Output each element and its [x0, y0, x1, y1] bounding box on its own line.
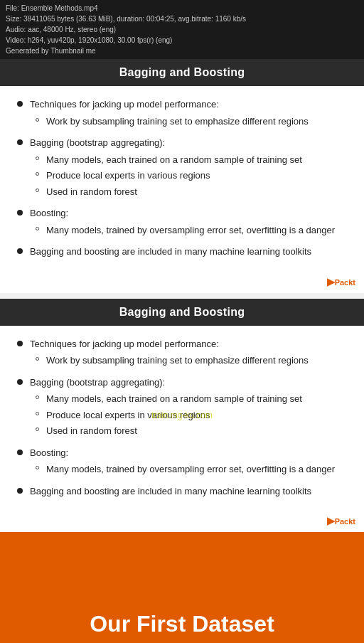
sub-bullet-icon	[36, 172, 39, 176]
slide-1-content: Techniques for jacking up model performa…	[0, 86, 364, 273]
list-item: Boosting: Many models, trained by oversa…	[17, 206, 347, 239]
packt-label-2: Packt	[335, 517, 355, 526]
slide-2-header: Bagging and Boosting	[0, 299, 364, 326]
bullet-text: Bagging and boosting are included in man…	[30, 246, 311, 257]
list-item: Work by subsampling training set to emph…	[30, 115, 347, 129]
bullet-icon	[17, 379, 23, 385]
sub-text: Work by subsampling training set to emph…	[46, 354, 309, 368]
packt-logo-area-1: ▶Packt	[0, 273, 364, 293]
bullet-text: Boosting:	[30, 447, 68, 458]
slide-2-content: Techniques for jacking up model performa…	[0, 326, 364, 513]
sub-bullet-icon	[36, 118, 39, 122]
slide-1: Bagging and Boosting Techniques for jack…	[0, 59, 364, 293]
sub-text: Used in random forest	[46, 185, 137, 199]
packt-logo-1: ▶Packt	[327, 276, 355, 287]
slide-1-header: Bagging and Boosting	[0, 59, 364, 86]
sub-list: Work by subsampling training set to emph…	[30, 115, 347, 129]
list-item: Many models, each trained on a random sa…	[30, 153, 347, 167]
list-item: Bagging (bootstrap aggregating): Many mo…	[17, 136, 347, 201]
file-info-line2: Size: 38411065 bytes (36.63 MiB), durati…	[6, 14, 358, 24]
sub-text: Work by subsampling training set to emph…	[46, 115, 309, 129]
slide-1-bullet-list: Techniques for jacking up model performa…	[17, 97, 347, 259]
bullet-text: Boosting:	[30, 208, 68, 218]
sub-bullet-icon	[36, 466, 39, 469]
list-item: Many models, trained by oversampling err…	[30, 462, 347, 477]
list-item: Used in random forest	[30, 185, 347, 199]
file-info-line1: File: Ensemble Methods.mp4	[6, 3, 358, 14]
list-item: Work by subsampling training set to emph…	[30, 354, 347, 368]
list-item: Boosting: Many models, trained by oversa…	[17, 446, 347, 479]
sub-list: Many models, trained by oversampling err…	[30, 223, 347, 238]
sub-text: Many models, trained by oversampling err…	[46, 462, 335, 477]
list-item: Many models, each trained on a random sa…	[30, 392, 347, 406]
list-item: Bagging (bootstrap aggregating): Many mo…	[17, 376, 347, 440]
slide-2: Bagging and Boosting Techniques for jack…	[0, 299, 364, 533]
file-info-bar: File: Ensemble Methods.mp4 Size: 3841106…	[0, 0, 364, 59]
sub-bullet-icon	[36, 395, 39, 399]
file-info-line3: Audio: aac, 48000 Hz, stereo (eng)	[6, 24, 358, 35]
sub-bullet-icon	[36, 357, 39, 361]
bullet-text: Bagging (bootstrap aggregating):	[30, 377, 165, 388]
slide-2-bullet-list: Techniques for jacking up model performa…	[17, 337, 347, 499]
sub-bullet-icon	[36, 412, 39, 415]
bullet-text: Techniques for jacking up model performa…	[30, 339, 219, 349]
bullet-icon	[17, 210, 23, 216]
list-item: Produce local experts in various regions	[30, 169, 347, 183]
sub-text: Produce local experts in various regions	[46, 408, 210, 423]
list-item: Bagging and boosting are included in man…	[17, 245, 347, 259]
packt-label: Packt	[335, 278, 355, 287]
slide-divider	[0, 293, 364, 299]
bullet-icon	[17, 488, 23, 494]
list-item: Many models, trained by oversampling err…	[30, 223, 347, 238]
sub-list: Many models, each trained on a random sa…	[30, 392, 347, 438]
list-item: Used in random forest	[30, 424, 347, 438]
sub-list: Work by subsampling training set to emph…	[30, 354, 347, 368]
bullet-text: Bagging (bootstrap aggregating):	[30, 137, 165, 148]
list-item: Produce local experts in various regions	[30, 408, 347, 423]
file-info-line5: Generated by Thumbnail me	[6, 46, 358, 56]
bullet-icon	[17, 450, 23, 455]
bullet-icon	[17, 341, 23, 346]
next-section-title: Our First Dataset	[90, 611, 274, 637]
list-item: Techniques for jacking up model performa…	[17, 97, 347, 130]
packt-icon: ▶	[327, 276, 335, 287]
bullet-icon	[17, 248, 23, 254]
sub-bullet-icon	[36, 227, 39, 230]
sub-text: Many models, each trained on a random sa…	[46, 153, 302, 167]
file-info-line4: Video: h264, yuv420p, 1920x1080, 30.00 f…	[6, 35, 358, 46]
sub-text: Many models, each trained on a random sa…	[46, 392, 302, 406]
packt-logo-area-2: ▶Packt	[0, 512, 364, 532]
sub-bullet-icon	[36, 156, 39, 160]
sub-text: Used in random forest	[46, 424, 137, 438]
sub-text: Many models, trained by oversampling err…	[46, 223, 335, 238]
sub-list: Many models, trained by oversampling err…	[30, 462, 347, 477]
next-section-area: Our First Dataset Next Section	[0, 532, 364, 643]
bullet-text: Bagging and boosting are included in man…	[30, 486, 311, 496]
sub-text: Produce local experts in various regions	[46, 169, 210, 183]
list-item: Bagging and boosting are included in man…	[17, 484, 347, 499]
list-item: Techniques for jacking up model performa…	[17, 337, 347, 370]
sub-bullet-icon	[36, 427, 39, 431]
sub-bullet-icon	[36, 188, 39, 192]
sub-list: Many models, each trained on a random sa…	[30, 153, 347, 199]
bullet-text: Techniques for jacking up model performa…	[30, 99, 219, 110]
bullet-icon	[17, 139, 23, 145]
packt-logo-2: ▶Packt	[327, 515, 355, 526]
packt-icon-2: ▶	[327, 515, 335, 526]
bullet-icon	[17, 101, 23, 107]
